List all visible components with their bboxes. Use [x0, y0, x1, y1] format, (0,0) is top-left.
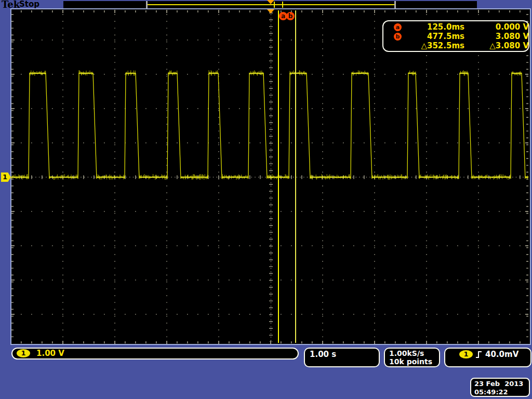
time-label: 05:49:22 — [474, 388, 508, 396]
trigger-position-marker[interactable] — [267, 9, 274, 14]
cursor-a-line[interactable] — [278, 10, 279, 343]
channel-1-scale: 1.00 V — [36, 349, 64, 358]
horizontal-scale-readout: 1.00 s — [304, 348, 380, 367]
channel-1-badge: 1 — [17, 349, 30, 357]
datetime-box: 23 Feb 2013 05:49:22 — [470, 378, 530, 397]
acquisition-readout: 1.00kS/s 10k points — [384, 348, 440, 367]
sample-rate: 1.00kS/s — [389, 349, 424, 357]
rising-edge-icon — [475, 351, 483, 358]
trigger-level: 40.0mV — [485, 350, 518, 359]
cursor-b-time: 477.5ms — [408, 32, 464, 41]
oscilloscope-screen: Tek Stop a b 1 a 125.0ms 0.000 V b 477.5… — [0, 0, 532, 399]
channel-1-ground-marker[interactable]: 1 — [1, 172, 11, 182]
waveform-display — [10, 8, 531, 345]
cursor-a-time: 125.0ms — [408, 22, 464, 32]
record-length: 10k points — [389, 357, 432, 366]
cursor-b-badge[interactable]: b — [286, 12, 295, 20]
date-label: 23 Feb 2013 — [474, 380, 523, 388]
channel-1-scale-readout: 1 1.00 V — [11, 348, 299, 360]
record-window-line — [148, 4, 394, 5]
cursor-delta-time: △352.5ms — [408, 41, 464, 50]
cursor-b-volts: 3.080 V — [464, 32, 529, 41]
trigger-source-badge: 1 — [459, 350, 473, 358]
readout-cursor-a-badge: a — [394, 23, 402, 31]
cursor-b-line[interactable] — [295, 10, 296, 343]
readout-cursor-b-badge: b — [394, 33, 402, 41]
record-cursor-b-tick — [282, 2, 283, 8]
acquisition-status: Stop — [19, 0, 39, 9]
horizontal-scale: 1.00 s — [310, 350, 336, 359]
cursor-readout-box: a 125.0ms 0.000 V b 477.5ms 3.080 V △352… — [382, 20, 529, 52]
trigger-readout: 1 40.0mV — [444, 348, 531, 367]
record-window-bracket-right — [394, 1, 396, 8]
cursor-delta-volts: △3.080 V — [464, 41, 529, 50]
record-trigger-position-marker[interactable] — [267, 0, 274, 4]
cursor-a-volts: 0.000 V — [464, 22, 529, 32]
